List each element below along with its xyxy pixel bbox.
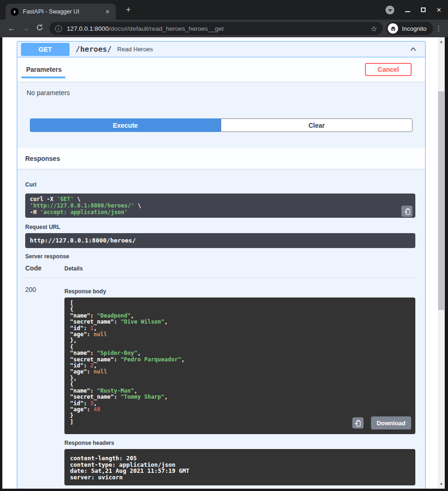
- code-column-header: Code: [25, 264, 64, 272]
- reload-icon[interactable]: [33, 24, 47, 34]
- browser-toolbar: ← → i 127.0.0.1:8000/docs#/default/read_…: [0, 20, 448, 37]
- browser-tab[interactable]: FastAPI - Swagger UI ✕: [6, 4, 116, 20]
- collapse-chevron-icon[interactable]: [409, 45, 418, 53]
- url-path: /docs#/default/read_heroes_heroes__get: [109, 25, 224, 32]
- window-controls: ✕: [385, 0, 441, 20]
- url-text[interactable]: 127.0.0.1:8000/docs#/default/read_heroes…: [67, 25, 367, 32]
- execute-row: Execute Clear: [30, 118, 413, 132]
- bookmark-star-icon[interactable]: ☆: [371, 24, 377, 33]
- curl-label: Curl: [25, 169, 415, 188]
- parameters-title: Parameters: [26, 66, 62, 73]
- response-details: Response body [ { "name": "Deadpond", "s…: [64, 284, 415, 485]
- minimize-icon[interactable]: [405, 6, 410, 14]
- incognito-badge: Incognito: [386, 22, 433, 35]
- browser-menu-icon[interactable]: ⋮: [434, 24, 443, 33]
- fastapi-favicon-icon: [11, 8, 19, 16]
- url-host: 127.0.0.1:8000: [67, 25, 109, 32]
- clear-button[interactable]: Clear: [221, 118, 413, 132]
- page-scrollbar[interactable]: ▲ ▼: [438, 37, 445, 489]
- response-body-code: [ { "name": "Deadpond", "secret_name": "…: [64, 297, 415, 434]
- response-json: [ { "name": "Deadpond", "secret_name": "…: [70, 300, 410, 425]
- incognito-icon: [388, 23, 398, 34]
- parameters-tab-underline: [21, 76, 65, 78]
- responses-title: Responses: [25, 155, 60, 162]
- curl-code: curl -X 'GET' \ 'http://127.0.0.1:8000/h…: [25, 194, 415, 218]
- response-body-label: Response body: [64, 284, 415, 295]
- server-response-label: Server response: [25, 253, 415, 260]
- details-column-header: Details: [64, 264, 83, 272]
- download-button[interactable]: Download: [371, 416, 411, 429]
- opblock-get-heroes: GET /heroes/ Read Heroes Parameters Canc…: [17, 41, 426, 489]
- no-parameters-text: No parameters: [27, 89, 416, 97]
- request-url-label: Request URL: [25, 224, 415, 230]
- parameters-header: Parameters Cancel: [17, 57, 425, 82]
- scroll-up-icon[interactable]: ▲: [438, 38, 445, 45]
- endpoint-summary: Read Heroes: [117, 46, 153, 53]
- response-headers-code: content-length: 205content-type: applica…: [64, 449, 415, 485]
- copy-curl-button[interactable]: [401, 206, 413, 217]
- copy-response-button[interactable]: [352, 417, 364, 429]
- window-menu-icon[interactable]: [385, 6, 394, 14]
- parameters-tab: Parameters: [25, 65, 63, 74]
- url-bar[interactable]: i 127.0.0.1:8000/docs#/default/read_hero…: [49, 22, 383, 35]
- scroll-down-icon[interactable]: ▼: [438, 481, 445, 488]
- method-badge: GET: [21, 43, 70, 56]
- responses-header: Responses: [17, 148, 425, 169]
- titlebar: FastAPI - Swagger UI ✕ + ✕: [0, 0, 448, 20]
- response-headers-label: Response headers: [64, 440, 415, 446]
- window-frame: GET /heroes/ Read Heroes Parameters Canc…: [0, 37, 448, 491]
- browser-window: FastAPI - Swagger UI ✕ + ✕ ← → i 127.0.0…: [0, 0, 448, 491]
- execute-button[interactable]: Execute: [30, 118, 221, 132]
- forward-icon[interactable]: →: [19, 24, 33, 33]
- response-table-header: Code Details: [25, 264, 415, 278]
- scrollbar-thumb[interactable]: [438, 91, 444, 310]
- site-info-icon[interactable]: i: [55, 25, 62, 32]
- parameters-body: No parameters Execute Clear: [17, 82, 425, 148]
- opblock-summary[interactable]: GET /heroes/ Read Heroes: [17, 41, 425, 57]
- tab-close-icon[interactable]: ✕: [103, 8, 112, 16]
- maximize-icon[interactable]: [421, 6, 426, 14]
- incognito-label: Incognito: [402, 25, 427, 32]
- status-code: 200: [25, 284, 64, 485]
- request-url-value: http://127.0.0.1:8000/heroes/: [30, 237, 136, 244]
- new-tab-button[interactable]: +: [122, 5, 134, 16]
- request-url-code: http://127.0.0.1:8000/heroes/: [25, 233, 415, 248]
- response-row: 200 Response body [ { "name": "Deadpond"…: [25, 284, 415, 485]
- swagger-page: GET /heroes/ Read Heroes Parameters Canc…: [2, 37, 445, 489]
- window-close-icon[interactable]: ✕: [436, 7, 441, 14]
- tab-title: FastAPI - Swagger UI: [23, 8, 103, 15]
- response-body-actions: Download: [352, 416, 411, 429]
- endpoint-path: /heroes/: [76, 45, 112, 54]
- back-icon[interactable]: ←: [5, 24, 19, 33]
- responses-body: Curl curl -X 'GET' \ 'http://127.0.0.1:8…: [17, 169, 425, 489]
- cancel-button[interactable]: Cancel: [365, 63, 412, 76]
